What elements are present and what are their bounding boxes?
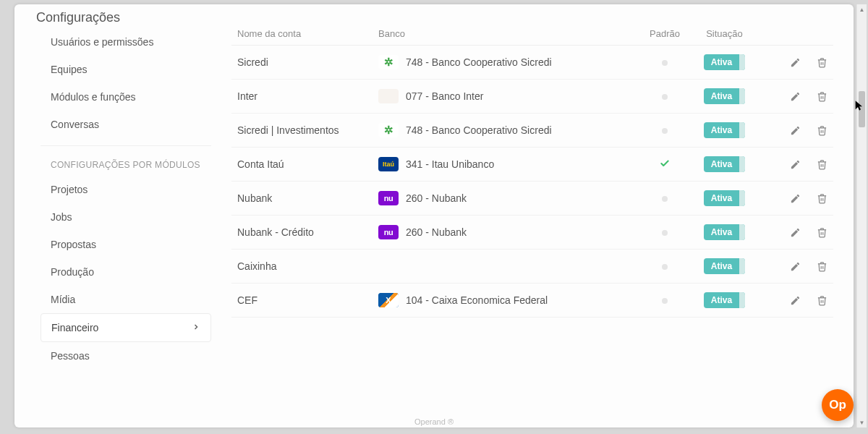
bank-logo-icon [378,89,399,103]
cell-default[interactable] [639,56,690,68]
delete-button[interactable] [817,91,827,102]
sidebar-item-conversations[interactable]: Conversas [41,111,211,138]
bank-label: 748 - Banco Cooperativo Sicredi [406,56,552,68]
status-badge[interactable]: Ativa [704,224,745,240]
sidebar-item-people[interactable]: Pessoas [41,342,211,370]
cell-default[interactable] [639,124,690,136]
cell-default[interactable] [639,90,690,102]
sidebar-item-production[interactable]: Produção [41,258,211,286]
edit-button[interactable] [790,91,801,102]
sidebar-item-proposals[interactable]: Propostas [41,231,211,258]
edit-button[interactable] [790,193,801,204]
cell-status: Ativa [690,54,759,70]
status-badge-toggle-icon [739,292,745,308]
sidebar-item-media[interactable]: Mídia [41,286,211,313]
scroll-down-icon[interactable]: ▼ [857,417,867,427]
sidebar-item-label: Módulos e funções [51,91,136,103]
sidebar-item-label: Mídia [51,294,75,305]
status-badge-toggle-icon [739,156,745,172]
status-badge[interactable]: Ativa [704,88,745,104]
sidebar-item-users-permissions[interactable]: Usuários e permissões [41,28,211,56]
chevron-right-icon [192,322,200,333]
status-badge[interactable]: Ativa [704,258,745,274]
cell-status: Ativa [690,190,759,206]
th-default: Padrão [639,28,690,39]
cell-account-name: Nubank [237,192,378,204]
cell-account-name: Nubank - Crédito [237,226,378,238]
cell-bank: nu260 - Nubank [378,191,639,205]
table-row: Nubank - Créditonu260 - NubankAtiva [231,216,833,250]
cell-default[interactable] [639,226,690,238]
status-badge-label: Ativa [704,190,739,206]
delete-button[interactable] [817,295,827,306]
status-badge[interactable]: Ativa [704,292,745,308]
scrollbar-thumb[interactable] [859,91,865,127]
pencil-icon [790,227,801,238]
cell-bank: 077 - Banco Inter [378,89,639,103]
cell-actions [759,261,827,272]
radio-dot-icon [662,60,668,66]
delete-button[interactable] [817,125,827,136]
sidebar-item-jobs[interactable]: Jobs [41,203,211,231]
cell-bank: nu260 - Nubank [378,225,639,239]
trash-icon [817,125,827,136]
status-badge-toggle-icon [739,190,745,206]
help-float-button[interactable]: Op [822,389,854,421]
edit-button[interactable] [790,261,801,272]
status-badge[interactable]: Ativa [704,54,745,70]
sidebar-item-label: Financeiro [51,322,98,333]
delete-button[interactable] [817,57,827,68]
sidebar-item-modules-functions[interactable]: Módulos e funções [41,83,211,111]
cell-default[interactable] [639,158,690,171]
page-title: Configurações [14,4,854,28]
trash-icon [817,91,827,102]
cell-bank [378,259,639,273]
table-row: Sicredi | Investimentos✲748 - Banco Coop… [231,114,833,148]
pencil-icon [790,91,801,102]
status-badge[interactable]: Ativa [704,190,745,206]
cell-status: Ativa [690,156,759,172]
help-float-label: Op [829,398,846,412]
trash-icon [817,227,827,238]
cell-default[interactable] [639,192,690,204]
trash-icon [817,261,827,272]
table-row: Sicredi✲748 - Banco Cooperativo SicrediA… [231,46,833,80]
th-account-name: Nome da conta [237,28,378,39]
cell-actions [759,295,827,306]
sidebar-item-teams[interactable]: Equipes [41,56,211,83]
th-bank: Banco [378,28,639,39]
table-header: Nome da conta Banco Padrão Situação [231,28,833,46]
cell-default[interactable] [639,294,690,306]
sidebar-item-financial[interactable]: Financeiro [41,313,211,342]
app-shell: Configurações Usuários e permissões Equi… [14,4,854,427]
bank-label: 104 - Caixa Economica Federal [406,294,548,306]
status-badge[interactable]: Ativa [704,122,745,138]
delete-button[interactable] [817,159,827,170]
cell-bank: ✲748 - Banco Cooperativo Sicredi [378,123,639,137]
delete-button[interactable] [817,193,827,204]
edit-button[interactable] [790,227,801,238]
pencil-icon [790,125,801,136]
status-badge[interactable]: Ativa [704,156,745,172]
sidebar-item-projects[interactable]: Projetos [41,176,211,203]
cell-actions [759,227,827,238]
delete-button[interactable] [817,227,827,238]
content-wrap: Usuários e permissões Equipes Módulos e … [14,28,854,425]
edit-button[interactable] [790,125,801,136]
edit-button[interactable] [790,159,801,170]
table-row: Conta ItaúItaú341 - Itau UnibancoAtiva [231,148,833,182]
cell-account-name: Sicredi | Investimentos [237,124,378,136]
cell-default[interactable] [639,260,690,272]
delete-button[interactable] [817,261,827,272]
bank-label: 341 - Itau Unibanco [406,158,494,170]
trash-icon [817,57,827,68]
scroll-up-icon[interactable]: ▲ [857,4,867,14]
edit-button[interactable] [790,295,801,306]
status-badge-label: Ativa [704,292,739,308]
edit-button[interactable] [790,57,801,68]
status-badge-label: Ativa [704,54,739,70]
cell-bank: Itaú341 - Itau Unibanco [378,157,639,171]
cell-status: Ativa [690,292,759,308]
window-scrollbar[interactable]: ▲ ▼ [856,4,867,427]
table-row: Nubanknu260 - NubankAtiva [231,182,833,216]
